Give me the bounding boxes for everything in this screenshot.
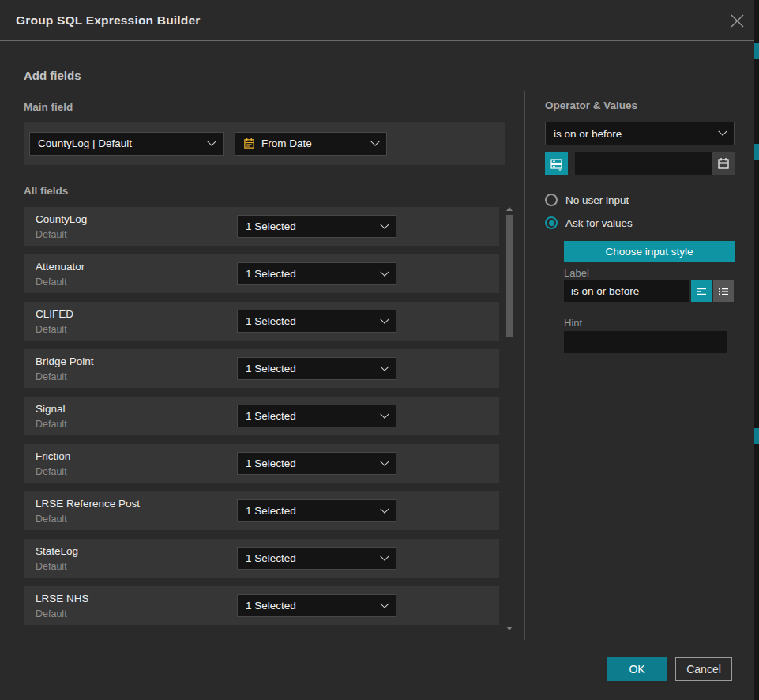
list-input-icon [717,285,730,298]
single-line-style-button[interactable] [691,280,712,302]
field-values-select[interactable]: 1 Selected [237,405,396,427]
radio-unchecked-icon [545,194,558,206]
field-name: Bridge Point [36,356,94,367]
single-line-input-icon [695,285,708,298]
group-sql-expression-builder-dialog: Group SQL Expression Builder Add fields … [0,0,754,700]
close-button[interactable] [727,11,746,30]
field-name: LRSE Reference Post [36,498,140,510]
field-name: Attenuator [36,261,85,273]
hint-input[interactable] [564,331,727,353]
field-row: Friction Default 1 Selected [24,444,499,483]
layer-select[interactable]: CountyLog | Default [29,132,224,156]
field-subtitle: Default [36,371,67,382]
field-row: LRSE Reference Post Default 1 Selected [24,491,499,530]
field-subtitle: Default [36,514,67,525]
calendar-icon [717,157,730,170]
chevron-down-icon [380,504,389,513]
field-row: Signal Default 1 Selected [24,397,499,435]
field-name: LRSE NHS [36,593,89,604]
unique-values-button[interactable] [545,152,568,175]
field-row: Bridge Point Default 1 Selected [24,349,499,388]
radio-ask-for-values[interactable]: Ask for values [545,216,633,229]
cancel-button[interactable]: Cancel [675,657,732,681]
field-values-select[interactable]: 1 Selected [237,452,396,475]
radio-ask-for-values-label: Ask for values [565,217,633,229]
field-name: Friction [36,450,70,462]
field-name: StateLog [36,545,78,557]
add-fields-heading: Add fields [24,69,81,82]
chevron-down-icon [380,314,389,323]
field-values-select[interactable]: 1 Selected [237,262,396,285]
field-values-select[interactable]: 1 Selected [237,215,396,238]
panel-divider [524,91,525,640]
dialog-title: Group SQL Expression Builder [16,0,201,41]
background-app-edge [754,0,759,700]
field-row: LRSE NHS Default 1 Selected [24,586,499,625]
close-icon [730,13,745,28]
ok-button[interactable]: OK [607,657,667,681]
unique-values-icon [550,157,563,171]
field-subtitle: Default [36,608,67,619]
choose-input-style-button[interactable]: Choose input style [564,241,735,262]
field-selected-count: 1 Selected [246,552,296,564]
main-field-select-value: From Date [261,137,312,149]
label-row [564,280,735,302]
field-subtitle: Default [36,419,67,430]
main-field-strip: CountyLog | Default From Date [24,122,505,165]
all-fields-label: All fields [24,185,68,197]
radio-no-user-input[interactable]: No user input [545,194,629,206]
date-value-input[interactable] [575,152,712,175]
field-selected-count: 1 Selected [246,505,296,517]
label-input[interactable] [564,280,689,302]
chevron-down-icon [380,409,389,418]
chevron-down-icon [380,362,389,371]
chevron-down-icon [380,599,389,608]
radio-no-user-input-label: No user input [565,194,629,206]
field-values-select[interactable]: 1 Selected [237,594,396,617]
field-values-select[interactable]: 1 Selected [237,357,396,380]
label-caption: Label [564,267,589,279]
field-selected-count: 1 Selected [246,268,296,280]
field-subtitle: Default [36,229,67,240]
all-fields-list: CountyLog Default 1 Selected Attenuator … [24,207,499,634]
dialog-titlebar: Group SQL Expression Builder [0,0,754,41]
chevron-down-icon [380,220,389,228]
main-field-label: Main field [24,101,73,113]
field-selected-count: 1 Selected [246,220,296,232]
field-row: CountyLog Default 1 Selected [24,207,499,246]
calendar-icon [243,137,255,149]
scroll-up-icon[interactable] [506,207,513,211]
main-field-select[interactable]: From Date [235,132,387,156]
hint-caption: Hint [564,317,582,329]
field-values-select[interactable]: 1 Selected [237,499,396,522]
field-subtitle: Default [36,561,67,572]
list-style-button[interactable] [713,280,734,302]
field-selected-count: 1 Selected [246,600,296,612]
field-selected-count: 1 Selected [246,457,296,469]
scrollbar-thumb[interactable] [506,215,513,337]
scroll-down-icon[interactable] [506,627,513,630]
field-row: StateLog Default 1 Selected [24,539,499,578]
field-values-select[interactable]: 1 Selected [237,310,396,333]
field-name: CLIFED [36,308,73,320]
edge-accent-segment [754,428,759,444]
field-values-select[interactable]: 1 Selected [237,547,396,570]
field-name: CountyLog [36,213,87,225]
operator-select-value: is on or before [554,128,622,140]
chevron-down-icon [380,551,389,560]
field-selected-count: 1 Selected [246,315,296,327]
layer-select-value: CountyLog | Default [38,137,132,149]
field-row: Attenuator Default 1 Selected [24,254,499,293]
field-selected-count: 1 Selected [246,410,296,422]
value-row [545,152,735,175]
field-subtitle: Default [36,277,67,288]
operator-select[interactable]: is on or before [545,122,735,145]
field-subtitle: Default [36,324,67,335]
list-scrollbar[interactable] [506,207,513,630]
chevron-down-icon [370,137,379,145]
field-selected-count: 1 Selected [246,363,296,374]
field-subtitle: Default [36,466,67,477]
chevron-down-icon [718,127,727,136]
date-picker-button[interactable] [712,152,735,175]
radio-checked-icon [545,216,558,229]
